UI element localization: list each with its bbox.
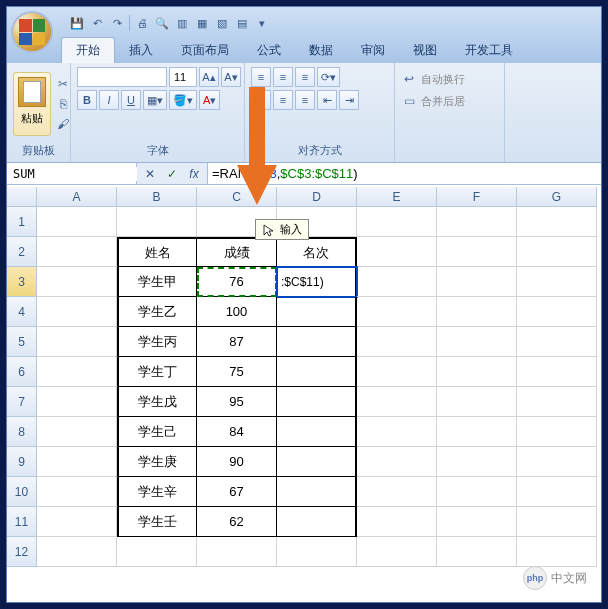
- cell-E5[interactable]: [357, 327, 437, 357]
- redo-icon[interactable]: ↷: [109, 15, 125, 31]
- cell-B2[interactable]: 姓名: [117, 237, 197, 267]
- quick-icon[interactable]: ▧: [214, 15, 230, 31]
- col-header-G[interactable]: G: [517, 187, 597, 207]
- cell-E10[interactable]: [357, 477, 437, 507]
- select-all-corner[interactable]: [7, 187, 37, 207]
- name-box[interactable]: ▼: [7, 163, 137, 184]
- cell-D11[interactable]: [277, 507, 357, 537]
- tab-page-layout[interactable]: 页面布局: [167, 38, 243, 63]
- font-size-input[interactable]: [169, 67, 197, 87]
- cell-D12[interactable]: [277, 537, 357, 567]
- cell-G2[interactable]: [517, 237, 597, 267]
- cell-G6[interactable]: [517, 357, 597, 387]
- format-painter-icon[interactable]: 🖌: [55, 116, 71, 132]
- row-header-11[interactable]: 11: [7, 507, 37, 537]
- cell-C12[interactable]: [197, 537, 277, 567]
- underline-button[interactable]: U: [121, 90, 141, 110]
- cell-C4[interactable]: 100: [197, 297, 277, 327]
- col-header-C[interactable]: C: [197, 187, 277, 207]
- row-header-6[interactable]: 6: [7, 357, 37, 387]
- cell-C7[interactable]: 95: [197, 387, 277, 417]
- cell-C11[interactable]: 62: [197, 507, 277, 537]
- cancel-button[interactable]: ✕: [139, 165, 161, 183]
- fill-color-button[interactable]: 🪣▾: [169, 90, 197, 110]
- cut-icon[interactable]: ✂: [55, 76, 71, 92]
- cell-B1[interactable]: [117, 207, 197, 237]
- cell-G8[interactable]: [517, 417, 597, 447]
- copy-icon[interactable]: ⎘: [55, 96, 71, 112]
- row-header-7[interactable]: 7: [7, 387, 37, 417]
- cell-F4[interactable]: [437, 297, 517, 327]
- cell-B6[interactable]: 学生丁: [117, 357, 197, 387]
- cell-B7[interactable]: 学生戊: [117, 387, 197, 417]
- cell-A11[interactable]: [37, 507, 117, 537]
- cell-D8[interactable]: [277, 417, 357, 447]
- cell-B11[interactable]: 学生壬: [117, 507, 197, 537]
- col-header-A[interactable]: A: [37, 187, 117, 207]
- indent-increase-icon[interactable]: ⇥: [339, 90, 359, 110]
- cell-G10[interactable]: [517, 477, 597, 507]
- cell-D6[interactable]: [277, 357, 357, 387]
- cell-F6[interactable]: [437, 357, 517, 387]
- cell-G7[interactable]: [517, 387, 597, 417]
- font-color-button[interactable]: A▾: [199, 90, 220, 110]
- align-bottom-icon[interactable]: ≡: [295, 67, 315, 87]
- row-header-2[interactable]: 2: [7, 237, 37, 267]
- cell-A2[interactable]: [37, 237, 117, 267]
- save-icon[interactable]: 💾: [69, 15, 85, 31]
- cell-D3[interactable]: :$C$11): [277, 267, 357, 297]
- cell-D2[interactable]: 名次: [277, 237, 357, 267]
- cell-F5[interactable]: [437, 327, 517, 357]
- cell-A1[interactable]: [37, 207, 117, 237]
- merge-button[interactable]: ▭ 合并后居: [401, 93, 498, 109]
- preview-icon[interactable]: 🔍: [154, 15, 170, 31]
- font-name-input[interactable]: [77, 67, 167, 87]
- cell-D5[interactable]: [277, 327, 357, 357]
- row-header-8[interactable]: 8: [7, 417, 37, 447]
- cell-C10[interactable]: 67: [197, 477, 277, 507]
- cell-F10[interactable]: [437, 477, 517, 507]
- border-button[interactable]: ▦▾: [143, 90, 167, 110]
- cell-D7[interactable]: [277, 387, 357, 417]
- shrink-font-icon[interactable]: A▾: [221, 67, 241, 87]
- tab-insert[interactable]: 插入: [115, 38, 167, 63]
- open-icon[interactable]: ▦: [194, 15, 210, 31]
- tab-view[interactable]: 视图: [399, 38, 451, 63]
- cell-A8[interactable]: [37, 417, 117, 447]
- row-header-10[interactable]: 10: [7, 477, 37, 507]
- row-header-9[interactable]: 9: [7, 447, 37, 477]
- cell-B10[interactable]: 学生辛: [117, 477, 197, 507]
- undo-icon[interactable]: ↶: [89, 15, 105, 31]
- cell-A9[interactable]: [37, 447, 117, 477]
- cell-E8[interactable]: [357, 417, 437, 447]
- cell-A5[interactable]: [37, 327, 117, 357]
- formula-input[interactable]: =RANK(C3,$C$3:$C$11): [207, 163, 601, 184]
- align-middle-icon[interactable]: ≡: [273, 67, 293, 87]
- cell-C2[interactable]: 成绩: [197, 237, 277, 267]
- cell-G1[interactable]: [517, 207, 597, 237]
- wrap-text-button[interactable]: ↩ 自动换行: [401, 71, 498, 87]
- align-left-icon[interactable]: ≡: [251, 90, 271, 110]
- cell-E7[interactable]: [357, 387, 437, 417]
- cell-B9[interactable]: 学生庚: [117, 447, 197, 477]
- cell-B4[interactable]: 学生乙: [117, 297, 197, 327]
- cell-F11[interactable]: [437, 507, 517, 537]
- cell-G12[interactable]: [517, 537, 597, 567]
- cell-C3[interactable]: 76: [197, 267, 277, 297]
- cell-B5[interactable]: 学生丙: [117, 327, 197, 357]
- cell-G5[interactable]: [517, 327, 597, 357]
- tab-data[interactable]: 数据: [295, 38, 347, 63]
- cell-A3[interactable]: [37, 267, 117, 297]
- cell-F3[interactable]: [437, 267, 517, 297]
- cell-B12[interactable]: [117, 537, 197, 567]
- tab-home[interactable]: 开始: [61, 37, 115, 63]
- cell-A6[interactable]: [37, 357, 117, 387]
- cell-E1[interactable]: [357, 207, 437, 237]
- align-right-icon[interactable]: ≡: [295, 90, 315, 110]
- enter-button[interactable]: ✓: [161, 165, 183, 183]
- cell-E4[interactable]: [357, 297, 437, 327]
- office-button[interactable]: [11, 11, 53, 53]
- italic-button[interactable]: I: [99, 90, 119, 110]
- col-header-B[interactable]: B: [117, 187, 197, 207]
- tab-formulas[interactable]: 公式: [243, 38, 295, 63]
